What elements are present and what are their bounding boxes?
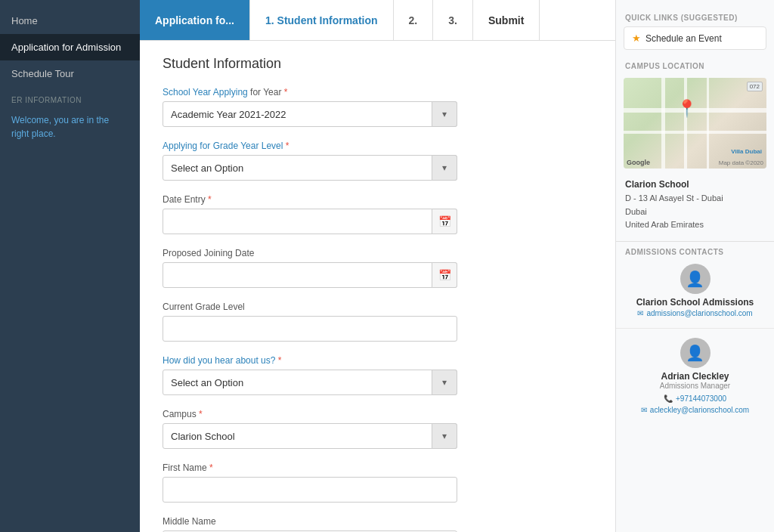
school-year-select[interactable]: Academic Year 2021-2022 Academic Year 20… bbox=[163, 101, 457, 127]
map-copyright: Map data ©2020 bbox=[719, 159, 763, 166]
grade-level-select[interactable]: Select an Option Grade 1 Grade 2 Grade 3 bbox=[163, 155, 457, 181]
campus-address-line2: Dubai bbox=[625, 206, 765, 219]
schedule-event-button[interactable]: ★ Schedule an Event bbox=[624, 26, 766, 50]
label-campus: Campus * bbox=[163, 409, 593, 419]
email-icon-school: ✉ bbox=[637, 309, 643, 317]
main-content: Application fo... 1. Student Information… bbox=[140, 0, 615, 532]
form-area: Student Information School Year Applying… bbox=[140, 41, 615, 532]
date-entry-wrapper: 📅 bbox=[163, 209, 457, 234]
contact-avatar-manager: 👤 bbox=[680, 338, 711, 368]
contact-email-manager[interactable]: ✉ acleckley@clarionschool.com bbox=[641, 406, 749, 414]
sidebar-user-info: Welcome, you are in the right place. bbox=[0, 107, 140, 147]
admissions-contacts-title: ADMISSIONS CONTACTS bbox=[616, 241, 774, 259]
hear-about-select[interactable]: Select an Option Google Social Media Fri… bbox=[163, 370, 457, 395]
map-background: 📍 072 Villa Dubai Google Map data ©2020 bbox=[624, 78, 766, 169]
step-header: Application fo... 1. Student Information… bbox=[140, 0, 615, 41]
contact-card-school: 👤 Clarion School Admissions ✉ admissions… bbox=[616, 259, 774, 323]
person-icon: 👤 bbox=[686, 270, 704, 288]
date-entry-calendar-icon[interactable]: 📅 bbox=[432, 209, 457, 234]
campus-select[interactable]: Clarion School bbox=[163, 423, 457, 449]
school-year-wrapper: Academic Year 2021-2022 Academic Year 20… bbox=[163, 101, 457, 127]
calendar-star-icon: ★ bbox=[632, 32, 641, 44]
form-group-school-year: School Year Applying for Year * Academic… bbox=[163, 87, 593, 127]
campus-location-title: CAMPUS LOCATION bbox=[616, 56, 774, 75]
label-current-grade: Current Grade Level bbox=[163, 302, 593, 312]
campus-address-line1: D - 13 Al Asayel St - Dubai bbox=[625, 192, 765, 206]
phone-icon: 📞 bbox=[664, 394, 673, 403]
label-school-year: School Year Applying for Year * bbox=[163, 87, 593, 97]
date-entry-input[interactable] bbox=[163, 209, 457, 234]
form-group-date-entry: Date Entry * 📅 bbox=[163, 194, 593, 234]
form-group-current-grade: Current Grade Level bbox=[163, 302, 593, 342]
map-badge: 072 bbox=[747, 82, 763, 91]
grade-level-wrapper: Select an Option Grade 1 Grade 2 Grade 3… bbox=[163, 155, 457, 181]
form-group-middle-name: Middle Name bbox=[163, 516, 593, 532]
current-grade-input[interactable] bbox=[163, 316, 457, 342]
sidebar-item-application[interactable]: Application for Admission bbox=[0, 34, 140, 60]
campus-map: 📍 072 Villa Dubai Google Map data ©2020 bbox=[624, 78, 766, 169]
tab-step2[interactable]: 2. bbox=[394, 0, 434, 40]
label-hear-about: How did you hear about us? * bbox=[163, 355, 593, 366]
tab-submit[interactable]: Submit bbox=[473, 0, 540, 40]
form-group-first-name: First Name * bbox=[163, 462, 593, 503]
google-maps-label: Google bbox=[627, 159, 650, 166]
sidebar: Home Application for Admission Schedule … bbox=[0, 0, 140, 532]
tab-student-info[interactable]: 1. Student Information bbox=[250, 0, 394, 40]
contact-phone-manager[interactable]: 📞 +97144073000 bbox=[664, 394, 726, 403]
contacts-divider bbox=[616, 328, 774, 329]
label-joining-date: Proposed Joining Date bbox=[163, 248, 593, 258]
joining-date-input[interactable] bbox=[163, 262, 457, 288]
tab-application-for[interactable]: Application fo... bbox=[140, 0, 250, 40]
person-icon-2: 👤 bbox=[686, 344, 704, 362]
map-pin-icon: 📍 bbox=[676, 99, 697, 119]
campus-address-line3: United Arab Emirates bbox=[625, 218, 765, 232]
campus-wrapper: Clarion School ▾ bbox=[163, 423, 457, 449]
campus-info: Clarion School D - 13 Al Asayel St - Dub… bbox=[616, 175, 774, 238]
contact-email-school[interactable]: ✉ admissions@clarionschool.com bbox=[637, 309, 752, 317]
quick-links-title: QUICK LINKS (SUGGESTED) bbox=[616, 8, 774, 26]
label-first-name: First Name * bbox=[163, 462, 593, 473]
sidebar-section-label: ER INFORMATION bbox=[0, 87, 140, 107]
email-icon-manager: ✉ bbox=[641, 406, 647, 414]
sidebar-item-home[interactable]: Home bbox=[0, 8, 140, 34]
form-group-campus: Campus * Clarion School ▾ bbox=[163, 409, 593, 449]
form-group-joining-date: Proposed Joining Date 📅 bbox=[163, 248, 593, 288]
contact-card-manager: 👤 Adrian Cleckley Admissions Manager 📞 +… bbox=[616, 333, 774, 420]
contact-role-manager: Admissions Manager bbox=[660, 382, 730, 390]
map-villa-label: Villa Dubai bbox=[731, 148, 762, 155]
right-sidebar: QUICK LINKS (SUGGESTED) ★ Schedule an Ev… bbox=[615, 0, 774, 532]
sidebar-item-tour[interactable]: Schedule Tour bbox=[0, 60, 140, 87]
joining-date-wrapper: 📅 bbox=[163, 262, 457, 288]
campus-name: Clarion School bbox=[625, 178, 765, 192]
joining-date-calendar-icon[interactable]: 📅 bbox=[432, 262, 457, 288]
contact-name-school: Clarion School Admissions bbox=[636, 297, 754, 308]
contact-name-manager: Adrian Cleckley bbox=[661, 371, 729, 382]
contact-avatar-school: 👤 bbox=[680, 264, 711, 294]
form-title: Student Information bbox=[163, 56, 593, 72]
tab-step3[interactable]: 3. bbox=[433, 0, 473, 40]
first-name-input[interactable] bbox=[163, 477, 457, 503]
hear-about-wrapper: Select an Option Google Social Media Fri… bbox=[163, 370, 457, 395]
label-date-entry: Date Entry * bbox=[163, 194, 593, 205]
label-grade-level: Applying for Grade Year Level * bbox=[163, 141, 593, 151]
form-group-grade-level: Applying for Grade Year Level * Select a… bbox=[163, 141, 593, 181]
label-middle-name: Middle Name bbox=[163, 516, 593, 527]
form-group-hear-about: How did you hear about us? * Select an O… bbox=[163, 355, 593, 395]
